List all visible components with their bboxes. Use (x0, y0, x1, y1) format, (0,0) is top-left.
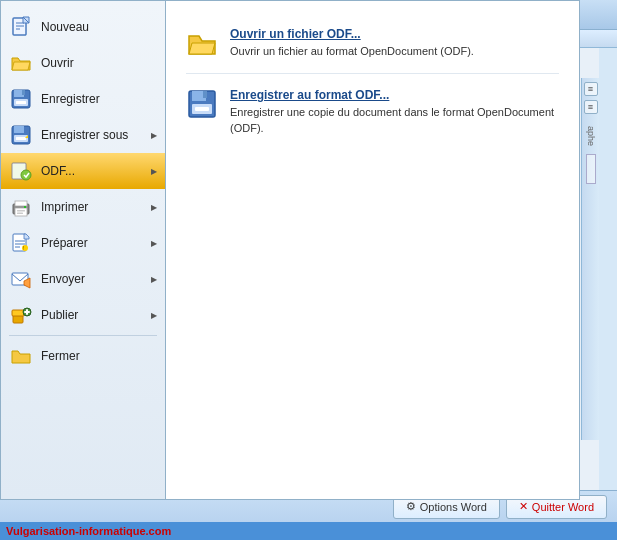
menu-item-imprimer[interactable]: Imprimer ▶ (1, 189, 165, 225)
publier-icon (9, 303, 33, 327)
preparer-label: Préparer (41, 236, 143, 250)
svg-rect-15 (16, 137, 26, 140)
sidebar-indicator (586, 154, 596, 184)
enregistrer-sous-arrow: ▶ (151, 131, 157, 140)
menu-item-preparer[interactable]: ! Préparer ▶ (1, 225, 165, 261)
status-bar: Vulgarisation-informatique.com (0, 522, 617, 540)
options-icon: ⚙ (406, 500, 416, 513)
sidebar-right-btn-1[interactable]: ≡ (584, 82, 598, 96)
envoyer-icon (9, 267, 33, 291)
odf-icon (9, 159, 33, 183)
ouvrir-label: Ouvrir (41, 56, 157, 70)
preparer-arrow: ▶ (151, 239, 157, 248)
svg-point-18 (21, 170, 31, 180)
odf-open-title[interactable]: Ouvrir un fichier ODF... (230, 27, 559, 41)
sidebar-label: aphe (586, 126, 596, 146)
svg-rect-21 (15, 208, 27, 216)
imprimer-label: Imprimer (41, 200, 143, 214)
publier-label: Publier (41, 308, 143, 322)
fermer-icon (9, 344, 33, 368)
odf-save-text: Enregistrer au format ODF... Enregistrer… (230, 88, 559, 136)
svg-rect-23 (17, 213, 23, 215)
svg-point-24 (24, 206, 26, 208)
odf-open-text: Ouvrir un fichier ODF... Ouvrir un fichi… (230, 27, 559, 59)
envoyer-arrow: ▶ (151, 275, 157, 284)
menu-left-panel: Nouveau Ouvrir (0, 0, 165, 500)
odf-save-desc: Enregistrer une copie du document dans l… (230, 105, 559, 136)
fermer-label: Fermer (41, 349, 157, 363)
odf-save-section[interactable]: Enregistrer au format ODF... Enregistrer… (178, 74, 567, 150)
publier-arrow: ▶ (151, 311, 157, 320)
enregistrer-icon (9, 87, 33, 111)
menu-item-publier[interactable]: Publier ▶ (1, 297, 165, 333)
odf-open-icon (186, 27, 218, 59)
imprimer-icon (9, 195, 33, 219)
enregistrer-sous-label: Enregistrer sous (41, 128, 143, 142)
nouveau-icon (9, 15, 33, 39)
sidebar-right-btn-2[interactable]: ≡ (584, 100, 598, 114)
preparer-icon: ! (9, 231, 33, 255)
enregistrer-sous-icon (9, 123, 33, 147)
svg-rect-33 (12, 310, 24, 316)
menu-item-enregistrer-sous[interactable]: Enregistrer sous ▶ (1, 117, 165, 153)
odf-open-section[interactable]: Ouvrir un fichier ODF... Ouvrir un fichi… (178, 13, 567, 73)
menu-divider (9, 335, 157, 336)
menu-item-odf[interactable]: ODF... ▶ (1, 153, 165, 189)
svg-rect-22 (17, 210, 25, 212)
odf-open-desc: Ouvrir un fichier au format OpenDocument… (230, 44, 559, 59)
right-sidebar: ≡ ≡ aphe (581, 78, 599, 440)
svg-rect-9 (22, 90, 25, 95)
quit-icon: ✕ (519, 500, 528, 513)
odf-arrow: ▶ (151, 167, 157, 176)
branding-text: Vulgarisation-informatique.com (6, 525, 171, 537)
menu-item-nouveau[interactable]: Nouveau (1, 9, 165, 45)
odf-label: ODF... (41, 164, 143, 178)
menu-item-fermer[interactable]: Fermer (1, 338, 165, 374)
quit-word-label: Quitter Word (532, 501, 594, 513)
enregistrer-label: Enregistrer (41, 92, 157, 106)
ouvrir-icon (9, 51, 33, 75)
odf-save-icon (186, 88, 218, 120)
svg-rect-20 (15, 201, 27, 206)
options-word-label: Options Word (420, 501, 487, 513)
svg-rect-41 (195, 107, 209, 111)
menu-item-ouvrir[interactable]: Ouvrir (1, 45, 165, 81)
envoyer-label: Envoyer (41, 272, 143, 286)
menu-item-enregistrer[interactable]: Enregistrer (1, 81, 165, 117)
odf-save-title[interactable]: Enregistrer au format ODF... (230, 88, 559, 102)
svg-text:!: ! (23, 245, 24, 251)
svg-rect-39 (203, 91, 207, 98)
svg-rect-36 (24, 311, 30, 313)
imprimer-arrow: ▶ (151, 203, 157, 212)
svg-rect-11 (16, 101, 26, 104)
menu-right-panel: Ouvrir un fichier ODF... Ouvrir un fichi… (165, 0, 580, 500)
menu-overlay: Nouveau Ouvrir (0, 0, 580, 500)
nouveau-label: Nouveau (41, 20, 157, 34)
svg-rect-13 (14, 126, 24, 133)
menu-item-envoyer[interactable]: Envoyer ▶ (1, 261, 165, 297)
